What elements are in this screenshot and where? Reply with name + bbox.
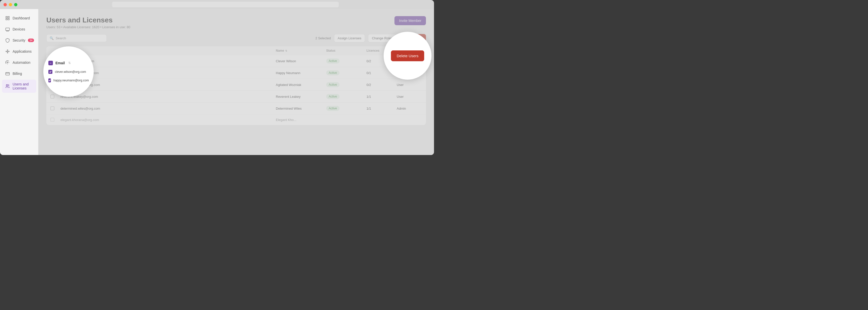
- table-row: agitated.wozniak@org.com Agitated Woznia…: [46, 79, 426, 91]
- spotlight-row-1: clever.wilson@org.com: [49, 70, 89, 74]
- sidebar-item-devices[interactable]: Devices: [2, 24, 36, 34]
- users-table: Email ⇅ Name ⇅ Status Licences Role: [46, 46, 426, 125]
- row-name-4: Reverent Leakey: [276, 95, 326, 98]
- row-name-6: Elegant Kho...: [276, 118, 326, 122]
- search-icon: 🔍: [50, 36, 54, 40]
- table-header: Email ⇅ Name ⇅ Status Licences Role: [46, 46, 426, 55]
- page-header-left: Users and Licenses Users: 53 • Available…: [46, 16, 130, 29]
- toolbar: 🔍 2 Selected Assign Licenses Change Role…: [46, 34, 426, 43]
- svg-point-12: [8, 51, 9, 52]
- row-name-1: Clever Wilson: [276, 59, 326, 63]
- table-row: happy.neumann@org.com Happy Neumann Acti…: [46, 67, 426, 79]
- spotlight-sort-icon: ⇅: [68, 61, 71, 65]
- search-input[interactable]: [56, 36, 103, 40]
- spotlight-email-2: happy.neumann@org.com: [53, 79, 89, 82]
- spotlight-email-1: clever.wilson@org.com: [55, 70, 86, 74]
- svg-point-16: [6, 84, 8, 86]
- billing-icon: [5, 71, 10, 76]
- invite-member-button[interactable]: Invite Member: [395, 16, 426, 25]
- row-checkbox-6[interactable]: [51, 118, 60, 122]
- svg-rect-4: [6, 28, 9, 31]
- sidebar-label-applications: Applications: [12, 49, 32, 53]
- sidebar: Dashboard Devices Security: [0, 9, 38, 155]
- selected-count-label: 2 Selected: [315, 36, 331, 40]
- header-status: Status: [326, 49, 367, 52]
- table-row: clever.wilson@org.com Clever Wilson Acti…: [46, 55, 426, 67]
- row-status-4: Active: [326, 94, 367, 99]
- row-email-1: clever.wilson@org.com: [60, 59, 276, 63]
- spotlight-email-popup: – Email ⇅ clever.wilson@org.com: [43, 46, 94, 97]
- row-status-5: Active: [326, 106, 367, 111]
- applications-icon: [5, 49, 10, 54]
- row-email-5: determined.wiles@org.com: [60, 107, 276, 110]
- sidebar-label-automation: Automation: [12, 60, 30, 64]
- page-subtitle: Users: 53 • Available Licenses: 1620 • L…: [46, 25, 130, 29]
- app-window: Dashboard Devices Security: [0, 0, 434, 155]
- svg-rect-14: [6, 73, 9, 75]
- titlebar: [0, 0, 434, 9]
- svg-rect-1: [8, 17, 9, 18]
- sidebar-item-billing[interactable]: Billing: [2, 68, 36, 79]
- search-box[interactable]: 🔍: [46, 34, 107, 42]
- table-row: determined.wiles@org.com Determined Wile…: [46, 103, 426, 114]
- svg-rect-2: [6, 19, 7, 20]
- sidebar-item-dashboard[interactable]: Dashboard: [2, 13, 36, 23]
- table-row: elegant.khorana@org.com Elegant Kho...: [46, 114, 426, 125]
- svg-point-9: [7, 50, 8, 50]
- maximize-button[interactable]: [14, 3, 18, 6]
- row-role-4: User: [397, 95, 422, 98]
- window-controls: [3, 3, 18, 6]
- row-licenses-4: 1/1: [367, 95, 397, 98]
- row-email-6: elegant.khorana@org.com: [60, 118, 276, 122]
- security-icon: [5, 38, 10, 43]
- row-status-1: Active: [326, 58, 367, 63]
- svg-point-8: [7, 51, 8, 52]
- spotlight-row-2: happy.neumann@org.com: [49, 78, 89, 82]
- minus-select-icon[interactable]: –: [49, 61, 53, 65]
- row-licenses-3: 0/2: [367, 83, 397, 87]
- row-checkbox-5[interactable]: [51, 106, 60, 110]
- sidebar-label-users-licenses: Users and Licenses: [12, 82, 33, 90]
- svg-point-10: [7, 52, 8, 53]
- dashboard-icon: [5, 16, 10, 21]
- security-badge: 34: [28, 38, 34, 42]
- page-title: Users and Licenses: [46, 16, 130, 24]
- assign-licenses-button[interactable]: Assign Licenses: [334, 34, 365, 43]
- sidebar-label-dashboard: Dashboard: [12, 16, 30, 20]
- content-area: Users and Licenses Users: 53 • Available…: [38, 9, 434, 155]
- url-bar[interactable]: [112, 2, 339, 7]
- sidebar-item-applications[interactable]: Applications: [2, 46, 36, 56]
- spotlight-checkbox-1[interactable]: [49, 70, 52, 74]
- sidebar-item-security[interactable]: Security 34: [2, 35, 36, 45]
- sidebar-label-devices: Devices: [12, 27, 25, 31]
- sort-icon-name: ⇅: [285, 49, 287, 52]
- row-status-2: Active: [326, 70, 367, 75]
- row-email-4: reverent.leakey@org.com: [60, 95, 276, 98]
- svg-point-11: [6, 51, 6, 52]
- sidebar-label-billing: Billing: [12, 72, 22, 76]
- close-button[interactable]: [3, 3, 7, 6]
- svg-rect-0: [6, 17, 7, 18]
- table-row: reverent.leakey@org.com Reverent Leakey …: [46, 91, 426, 103]
- spotlight-delete-users-button[interactable]: Delete Users: [391, 50, 425, 61]
- row-licenses-5: 1/1: [367, 107, 397, 110]
- minimize-button[interactable]: [9, 3, 12, 6]
- header-name[interactable]: Name ⇅: [276, 49, 326, 52]
- sidebar-label-security: Security: [12, 38, 26, 43]
- sidebar-item-users-licenses[interactable]: Users and Licenses: [2, 80, 36, 93]
- header-email[interactable]: Email ⇅: [60, 49, 276, 52]
- users-icon: [5, 84, 10, 89]
- row-role-3: User: [397, 83, 422, 87]
- svg-point-13: [7, 62, 8, 63]
- automation-icon: [5, 60, 10, 65]
- spotlight-email-label: Email: [55, 61, 65, 65]
- page-header: Users and Licenses Users: 53 • Available…: [46, 16, 426, 29]
- devices-icon: [5, 27, 10, 32]
- main-layout: Dashboard Devices Security: [0, 9, 434, 155]
- row-checkbox-4[interactable]: [51, 94, 60, 98]
- row-name-3: Agitated Wozniak: [276, 83, 326, 87]
- spotlight-delete-popup: Delete Users: [383, 32, 432, 80]
- spotlight-checkbox-2[interactable]: [49, 78, 51, 82]
- sidebar-item-automation[interactable]: Automation: [2, 57, 36, 67]
- row-status-3: Active: [326, 82, 367, 87]
